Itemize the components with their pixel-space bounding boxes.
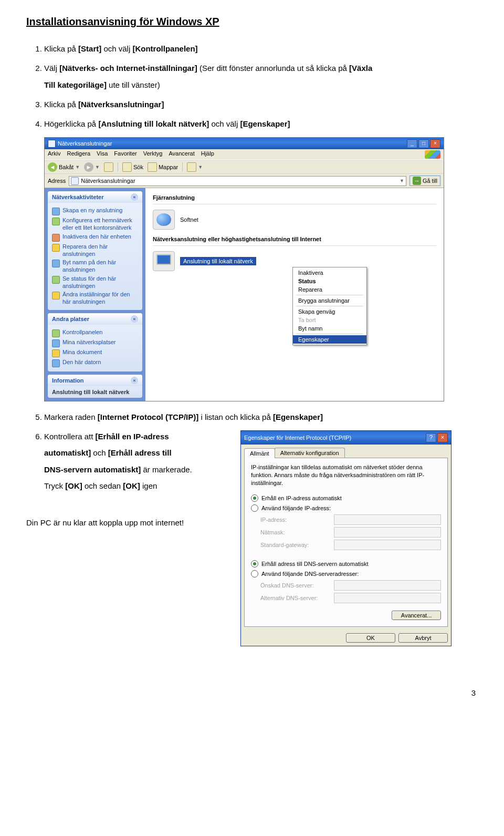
views-button[interactable]: ▼	[187, 162, 203, 172]
radio-off-icon	[251, 570, 258, 577]
folders-icon	[148, 162, 157, 172]
step-2: Välj [Nätverks- och Internet-inställning…	[44, 62, 478, 91]
place-my-documents[interactable]: Mina dokument	[52, 349, 138, 357]
tab-alternativ[interactable]: Alternativ konfiguration	[275, 448, 345, 458]
ctx-egenskaper[interactable]: Egenskaper	[293, 335, 366, 344]
context-menu: Inaktivera Status Reparera Brygga anslut…	[292, 267, 367, 345]
info-text: Anslutning till lokalt nätverk	[52, 389, 138, 395]
dialog-pane: IP-inställningar kan tilldelas automatis…	[244, 458, 448, 627]
gateway-input	[334, 540, 441, 550]
item-softnet[interactable]: Softnet	[153, 210, 436, 230]
chevron-down-icon[interactable]: ▼	[400, 178, 404, 183]
collapse-icon[interactable]: «	[131, 193, 138, 201]
folders-button[interactable]: Mappar	[148, 162, 178, 172]
radio-off-icon	[251, 504, 258, 512]
menu-favoriter[interactable]: Favoriter	[114, 150, 136, 159]
up-button[interactable]	[104, 162, 113, 172]
field-dns2: Alternativ DNS-server:	[260, 593, 441, 603]
dialog-tabs: Allmänt Alternativ konfiguration	[241, 445, 451, 458]
xp-toolbar: ◄Bakåt ▼ ►▼ Sök Mappar ▼	[45, 160, 444, 174]
task-configure-network[interactable]: Konfigurera ett hemnätverk eller ett lit…	[52, 217, 138, 232]
repair-icon	[52, 244, 60, 252]
mask-input	[334, 527, 441, 538]
task-repair[interactable]: Reparera den här anslutningen	[52, 243, 138, 258]
ctx-inaktivera[interactable]: Inaktivera	[293, 269, 366, 277]
network-places-icon	[52, 339, 60, 347]
section-fjarranslutning: Fjärranslutning	[153, 194, 436, 201]
menu-visa[interactable]: Visa	[97, 150, 108, 159]
menu-avancerat[interactable]: Avancerat	[169, 150, 194, 159]
place-network-places[interactable]: Mina nätverksplatser	[52, 339, 138, 347]
page-number: 3	[26, 688, 478, 697]
field-mask: Nätmask:	[260, 527, 441, 538]
ctx-reparera[interactable]: Reparera	[293, 285, 366, 294]
back-button[interactable]: ◄Bakåt ▼	[48, 162, 80, 172]
tab-allmant[interactable]: Allmänt	[244, 448, 275, 458]
ctx-ta-bort[interactable]: Ta bort	[293, 316, 366, 324]
dialog-title: Egenskaper för Internet Protocol (TCP/IP…	[244, 435, 351, 441]
close-button[interactable]: ×	[437, 433, 448, 442]
radio-manual-dns[interactable]: Använd följande DNS-serveradresser:	[251, 570, 441, 577]
task-disable-device[interactable]: Inaktivera den här enheten	[52, 233, 138, 242]
address-label: Adress	[48, 178, 66, 184]
close-button[interactable]: ×	[430, 139, 440, 148]
menu-hjalp[interactable]: Hjälp	[201, 150, 214, 159]
minimize-button[interactable]: _	[407, 139, 417, 148]
views-icon	[187, 162, 196, 172]
task-rename[interactable]: Byt namn på den här anslutningen	[52, 259, 138, 274]
panel-andra-platser: Andra platser« Kontrollpanelen Mina nätv…	[48, 313, 142, 371]
search-icon	[122, 162, 132, 172]
radio-auto-ip[interactable]: Erhåll en IP-adress automatiskt	[251, 494, 441, 502]
step-3: Klicka på [Nätverksanslutningar]	[44, 98, 478, 110]
collapse-icon[interactable]: «	[131, 377, 138, 384]
task-status[interactable]: Se status för den här anslutningen	[52, 275, 138, 290]
step-5: Markera raden [Internet Protocol (TCP/IP…	[44, 411, 478, 423]
settings-icon	[52, 292, 60, 300]
window-title: Nätverksanslutningar	[58, 140, 112, 147]
field-dns1: Önskad DNS-server:	[260, 580, 441, 591]
cancel-button[interactable]: Avbryt	[398, 633, 448, 643]
tcpip-dialog: Egenskaper för Internet Protocol (TCP/IP…	[240, 430, 452, 646]
selected-connection-label: Anslutning till lokalt nätverk	[180, 257, 256, 265]
menu-verktyg[interactable]: Verktyg	[143, 150, 163, 159]
radio-manual-ip[interactable]: Använd följande IP-adress:	[251, 504, 441, 512]
forward-button[interactable]: ►▼	[84, 162, 100, 172]
step-list: Klicka på [Start] och välj [Kontrollpane…	[26, 43, 478, 130]
dns2-input	[334, 593, 441, 603]
address-field[interactable]: Nätverksanslutningar ▼	[69, 176, 406, 186]
task-create-connection[interactable]: Skapa en ny anslutning	[52, 207, 138, 215]
collapse-icon[interactable]: «	[131, 315, 138, 323]
folder-up-icon	[104, 162, 113, 172]
dialog-description: IP-inställningar kan tilldelas automatis…	[251, 463, 441, 487]
radio-on-icon	[251, 494, 258, 502]
go-button[interactable]: →Gå till	[410, 176, 440, 186]
lan-connection-icon	[153, 251, 175, 271]
field-ip: IP-adress:	[260, 514, 441, 525]
documents-icon	[52, 349, 60, 357]
place-my-computer[interactable]: Den här datorn	[52, 359, 138, 367]
place-control-panel[interactable]: Kontrollpanelen	[52, 329, 138, 337]
disable-icon	[52, 234, 60, 242]
xp-explorer-window: Nätverksanslutningar _ □ × Arkiv Rediger…	[44, 137, 444, 401]
ctx-byt-namn[interactable]: Byt namn	[293, 324, 366, 333]
wizard-icon	[52, 208, 60, 215]
radio-auto-dns[interactable]: Erhåll adress till DNS-servern automatis…	[251, 560, 441, 567]
menu-arkiv[interactable]: Arkiv	[48, 150, 60, 159]
field-gateway: Standard-gateway:	[260, 540, 441, 550]
step-list-cont: Markera raden [Internet Protocol (TCP/IP…	[26, 411, 478, 423]
task-pane: Nätverksaktiviteter« Skapa en ny anslutn…	[45, 188, 145, 401]
dns1-input	[334, 580, 441, 591]
advanced-button[interactable]: Avancerat...	[392, 611, 441, 620]
search-button[interactable]: Sök	[122, 162, 143, 172]
menu-redigera[interactable]: Redigera	[67, 150, 90, 159]
ok-button[interactable]: OK	[346, 633, 395, 643]
page-title: Installationsanvisning för Windows XP	[26, 16, 478, 28]
ctx-status[interactable]: Status	[293, 277, 366, 285]
task-change-settings[interactable]: Ändra inställningar för den här anslutni…	[52, 291, 138, 306]
dialog-titlebar: Egenskaper för Internet Protocol (TCP/IP…	[241, 431, 451, 445]
final-line: Din PC är nu klar att koppla upp mot int…	[26, 518, 229, 527]
ctx-skapa-genvag[interactable]: Skapa genväg	[293, 307, 366, 316]
maximize-button[interactable]: □	[418, 139, 429, 148]
help-button[interactable]: ?	[426, 433, 436, 442]
ctx-brygga[interactable]: Brygga anslutningar	[293, 296, 366, 305]
